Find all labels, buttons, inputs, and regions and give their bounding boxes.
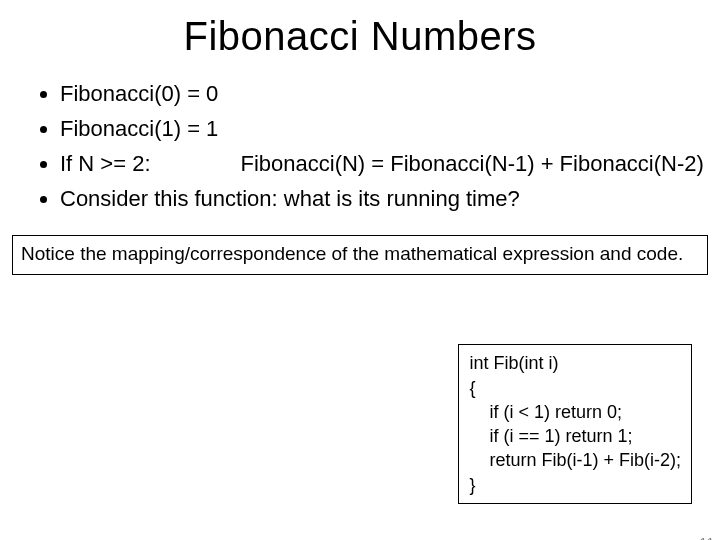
slide-title: Fibonacci Numbers xyxy=(0,14,720,59)
list-item: If N >= 2:Fibonacci(N) = Fibonacci(N-1) … xyxy=(60,147,720,180)
note-box: Notice the mapping/correspondence of the… xyxy=(12,235,708,275)
code-box: int Fib(int i) { if (i < 1) return 0; if… xyxy=(458,344,692,504)
list-item-text: Fibonacci(N) = Fibonacci(N-1) + Fibonacc… xyxy=(241,151,704,176)
list-item-text: If N >= 2: xyxy=(60,151,151,176)
list-item: Consider this function: what is its runn… xyxy=(60,182,720,215)
list-item: Fibonacci(1) = 1 xyxy=(60,112,720,145)
list-item: Fibonacci(0) = 0 xyxy=(60,77,720,110)
page-number: 11 xyxy=(700,535,714,540)
slide: Fibonacci Numbers Fibonacci(0) = 0 Fibon… xyxy=(0,14,720,540)
bullet-list: Fibonacci(0) = 0 Fibonacci(1) = 1 If N >… xyxy=(0,77,720,215)
